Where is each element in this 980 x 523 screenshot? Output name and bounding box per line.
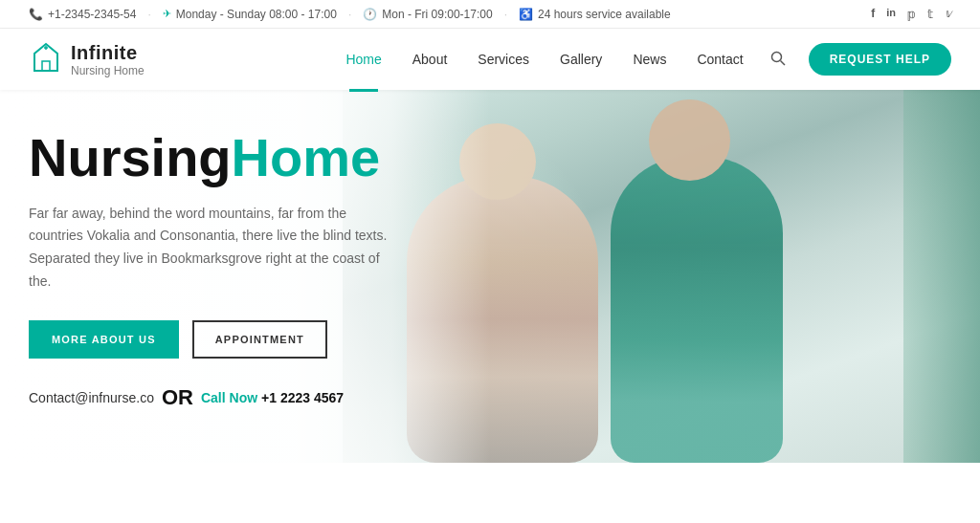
- nav-about[interactable]: About: [399, 44, 461, 75]
- hours2-text: Mon - Fri 09:00-17:00: [382, 8, 492, 21]
- accessibility-icon: ♿: [519, 8, 533, 21]
- logo-name: Infinite: [71, 41, 145, 64]
- hero-title: NursingHome: [29, 128, 450, 187]
- social-links: f in 𝕡 𝕥 𝕧: [871, 7, 951, 21]
- phone-item: 📞 +1-2345-2345-54: [29, 8, 136, 21]
- logo-icon: [29, 40, 63, 78]
- curtain: [903, 90, 980, 463]
- nurse-figure: [611, 157, 783, 463]
- hero-contact: Contact@infnurse.co OR Call Now +1 2223 …: [29, 385, 450, 410]
- logo-text: Infinite Nursing Home: [71, 41, 145, 77]
- sep1: ·: [147, 8, 150, 21]
- logo[interactable]: Infinite Nursing Home: [29, 40, 145, 78]
- nav-news[interactable]: News: [619, 44, 679, 75]
- hero-buttons: More About Us Appointment: [29, 320, 450, 359]
- contact-or: OR: [162, 385, 193, 410]
- nav-home[interactable]: Home: [332, 44, 394, 75]
- main-nav: Home About Services Gallery News Contact…: [332, 43, 951, 76]
- linkedin-icon[interactable]: in: [886, 7, 896, 21]
- location-icon: ✈: [163, 8, 171, 20]
- pinterest-icon[interactable]: 𝕡: [907, 7, 916, 21]
- vimeo-icon[interactable]: 𝕧: [945, 7, 951, 21]
- more-about-us-button[interactable]: More About Us: [29, 320, 179, 359]
- request-help-button[interactable]: Request Help: [809, 43, 951, 76]
- service-item: ♿ 24 hours service available: [519, 8, 671, 21]
- header: Infinite Nursing Home Home About Service…: [0, 29, 980, 90]
- hero-section: NursingHome Far far away, behind the wor…: [0, 90, 980, 463]
- hours1-text: Monday - Sunday 08:00 - 17:00: [176, 8, 337, 21]
- svg-line-1: [780, 60, 785, 65]
- sep3: ·: [504, 8, 507, 21]
- svg-point-0: [771, 52, 781, 61]
- twitter-icon[interactable]: 𝕥: [927, 7, 933, 21]
- phone-number: +1-2345-2345-54: [48, 8, 136, 21]
- nav-gallery[interactable]: Gallery: [546, 44, 615, 75]
- facebook-icon[interactable]: f: [871, 7, 875, 21]
- hours1-item: ✈ Monday - Sunday 08:00 - 17:00: [163, 8, 337, 21]
- hero-title-teal: Home: [232, 127, 381, 187]
- nav-contact[interactable]: Contact: [683, 44, 756, 75]
- search-icon[interactable]: [761, 43, 795, 76]
- contact-phone: +1 2223 4567: [261, 390, 344, 405]
- appointment-button[interactable]: Appointment: [192, 320, 327, 359]
- hero-title-black: Nursing: [29, 127, 232, 187]
- clock-icon: 🕐: [363, 8, 377, 21]
- hours2-item: 🕐 Mon - Fri 09:00-17:00: [363, 8, 492, 21]
- phone-icon: 📞: [29, 8, 43, 21]
- hero-content: NursingHome Far far away, behind the wor…: [29, 128, 450, 410]
- sep2: ·: [348, 8, 351, 21]
- contact-email: Contact@infnurse.co: [29, 390, 154, 405]
- top-bar: 📞 +1-2345-2345-54 · ✈ Monday - Sunday 08…: [0, 0, 980, 29]
- hero-description: Far far away, behind the word mountains,…: [29, 203, 392, 294]
- call-now-label: Call Now: [201, 390, 257, 405]
- service-text: 24 hours service available: [538, 8, 671, 21]
- logo-subtitle: Nursing Home: [71, 64, 145, 77]
- nav-services[interactable]: Services: [464, 44, 543, 75]
